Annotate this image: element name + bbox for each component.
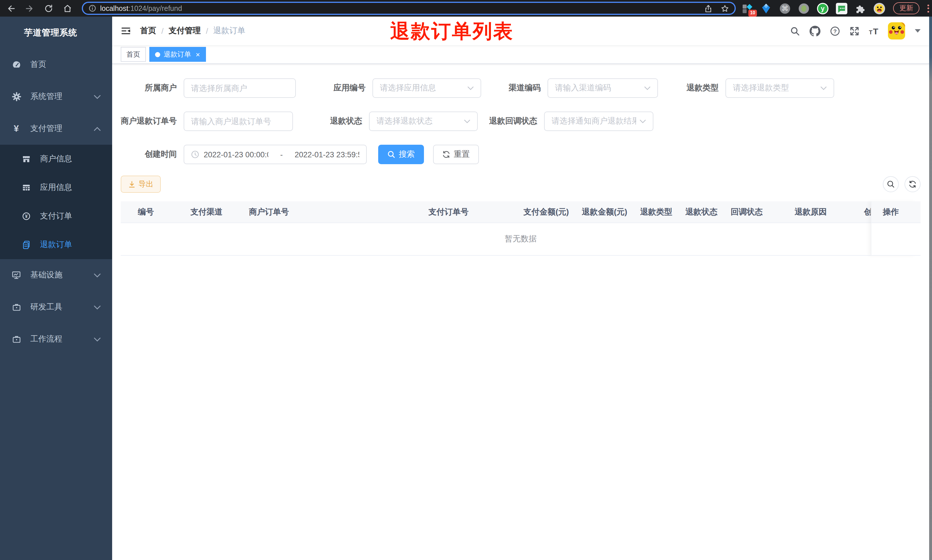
- extensions-puzzle-icon[interactable]: [855, 3, 866, 14]
- tab-home[interactable]: 首页: [121, 47, 146, 62]
- bookmark-star-icon[interactable]: [721, 4, 729, 12]
- collapse-sidebar-icon[interactable]: [121, 26, 131, 36]
- user-avatar[interactable]: [888, 22, 905, 40]
- notify-status-select[interactable]: 请选择通知商户退款结果: [544, 112, 654, 131]
- search-icon: [388, 151, 395, 158]
- column-header: 支付金额(元): [518, 207, 576, 217]
- help-icon[interactable]: ?: [830, 26, 840, 36]
- github-icon[interactable]: [809, 25, 820, 36]
- refund-type-select[interactable]: 请选择退款类型: [726, 78, 834, 98]
- close-icon[interactable]: ×: [196, 51, 200, 58]
- channel-select[interactable]: 请输入渠道编码: [548, 78, 658, 98]
- avatar-caret-icon[interactable]: [915, 29, 921, 32]
- merchant-select[interactable]: [184, 78, 296, 98]
- column-header: 支付渠道: [185, 207, 243, 217]
- share-icon[interactable]: [704, 4, 712, 12]
- sidebar-item-devtools[interactable]: 研发工具: [0, 291, 112, 323]
- command-extension-icon[interactable]: ⌘: [779, 3, 791, 14]
- main-area: 退款订单列表 首页 / 支付管理 / 退款订单: [112, 17, 929, 560]
- update-label: 更新: [900, 3, 913, 13]
- dashboard-icon: [11, 60, 21, 69]
- sidebar-item-system[interactable]: 系统管理: [0, 81, 112, 113]
- sidebar-item-home[interactable]: 首页: [0, 49, 112, 81]
- reset-label: 重置: [454, 149, 470, 160]
- browser-window: localhost:1024/pay/refund 10 ⌘: [0, 0, 932, 560]
- table-header-row: 编号 支付渠道 商户订单号 支付订单号 支付金额(元) 退款金额(元) 退款类型…: [121, 202, 921, 223]
- sidebar-logo[interactable]: 芋道管理系统: [0, 17, 112, 49]
- sidebar-item-app-info[interactable]: 应用信息: [0, 173, 112, 202]
- sidebar-item-label: 支付管理: [30, 123, 62, 134]
- column-header: 退款状态: [680, 207, 725, 217]
- briefcase-icon: [11, 303, 21, 312]
- forward-icon[interactable]: [25, 4, 34, 13]
- select-placeholder: 请选择通知商户退款结果: [552, 116, 636, 126]
- page-content: 所属商户 应用编号 请选择应用信息 渠道编码 请输入渠道编码: [112, 64, 929, 560]
- recorder-extension-icon[interactable]: [798, 3, 810, 14]
- url-path: :1024/pay/refund: [128, 4, 182, 12]
- filter-refund-type: 退款类型 请选择退款类型: [658, 78, 834, 98]
- download-icon: [128, 180, 135, 188]
- date-separator: -: [268, 150, 295, 159]
- y-extension-icon[interactable]: y: [817, 3, 829, 14]
- field-label: 所属商户: [121, 83, 184, 93]
- select-placeholder: 请选择退款类型: [733, 83, 817, 93]
- font-size-icon[interactable]: TT: [869, 26, 878, 36]
- breadcrumb-payment[interactable]: 支付管理: [169, 26, 201, 36]
- table-grid-icon: [22, 183, 31, 192]
- refund-status-select[interactable]: 请选择退款状态: [369, 112, 478, 131]
- sidebar-item-pay-order[interactable]: ¥ 支付订单: [0, 202, 112, 231]
- filter-create-time: 创建时间 2022-01-23 00:00:00 - 2022-01-23 23…: [121, 145, 367, 164]
- tags-view-bar: 首页 退款订单 ×: [112, 45, 929, 64]
- breadcrumb-home[interactable]: 首页: [140, 26, 156, 36]
- filter-row-3: 创建时间 2022-01-23 00:00:00 - 2022-01-23 23…: [121, 145, 921, 164]
- sidebar-item-refund-order[interactable]: 退款订单: [0, 231, 112, 259]
- sidebar-item-workflow[interactable]: 工作流程: [0, 323, 112, 355]
- chrome-update-button[interactable]: 更新: [893, 2, 920, 14]
- app-select[interactable]: 请选择应用信息: [372, 78, 481, 98]
- sidebar-item-payment[interactable]: ¥ 支付管理: [0, 113, 112, 145]
- scrollbar-track[interactable]: [929, 17, 932, 560]
- address-bar[interactable]: localhost:1024/pay/refund: [82, 2, 736, 15]
- home-icon[interactable]: [63, 4, 72, 13]
- gem-extension-icon[interactable]: [760, 3, 772, 14]
- svg-text:⌘: ⌘: [781, 4, 788, 12]
- merchant-refund-no-input[interactable]: [184, 112, 293, 131]
- search-icon[interactable]: [790, 26, 800, 36]
- tab-refund-order[interactable]: 退款订单 ×: [149, 47, 206, 62]
- chevron-down-icon: [640, 119, 646, 123]
- field-label: 创建时间: [121, 149, 184, 160]
- sidebar-submenu-payment: 商户信息 应用信息 ¥ 支付订单: [0, 145, 112, 259]
- sidebar-item-merchant-info[interactable]: 商户信息: [0, 145, 112, 173]
- refund-table: 编号 支付渠道 商户订单号 支付订单号 支付金额(元) 退款金额(元) 退款类型…: [121, 202, 921, 256]
- reload-icon[interactable]: [44, 4, 53, 13]
- column-header: 退款类型: [635, 207, 680, 217]
- clock-icon: [191, 151, 199, 158]
- chat-extension-icon[interactable]: [836, 3, 847, 14]
- toggle-search-button[interactable]: [883, 176, 899, 192]
- fixed-operation-column: 操作: [871, 202, 917, 256]
- sidebar-item-label: 首页: [30, 60, 46, 70]
- field-label: 退款类型: [658, 83, 726, 93]
- column-header: 退款原因: [789, 207, 858, 217]
- reset-button[interactable]: 重置: [433, 145, 479, 164]
- tab-manager-extension-icon[interactable]: 10: [741, 3, 753, 14]
- navbar-actions: ? TT: [790, 22, 921, 40]
- app-root: 芋道管理系统 首页 系统管理 ¥ 支付管理: [0, 17, 929, 560]
- sidebar-item-label: 研发工具: [30, 302, 62, 312]
- fullscreen-icon[interactable]: [849, 26, 859, 36]
- top-navbar: 首页 / 支付管理 / 退款订单 ?: [112, 17, 929, 45]
- sidebar-item-infra[interactable]: 基础设施: [0, 259, 112, 291]
- export-label: 导出: [138, 179, 153, 189]
- profile-emoji-icon[interactable]: [874, 3, 885, 14]
- date-start-value: 2022-01-23 00:00:00: [204, 150, 268, 159]
- search-button[interactable]: 搜索: [378, 145, 424, 164]
- svg-text:?: ?: [833, 28, 837, 34]
- sidebar-item-label: 系统管理: [30, 92, 62, 102]
- column-header: 商户订单号: [243, 207, 423, 217]
- refresh-table-button[interactable]: [904, 176, 921, 192]
- date-range-picker[interactable]: 2022-01-23 00:00:00 - 2022-01-23 23:59:5…: [184, 145, 367, 164]
- export-button[interactable]: 导出: [121, 175, 161, 193]
- page-info-icon[interactable]: [89, 5, 96, 12]
- browser-menu-icon[interactable]: [924, 3, 932, 14]
- back-icon[interactable]: [6, 4, 15, 13]
